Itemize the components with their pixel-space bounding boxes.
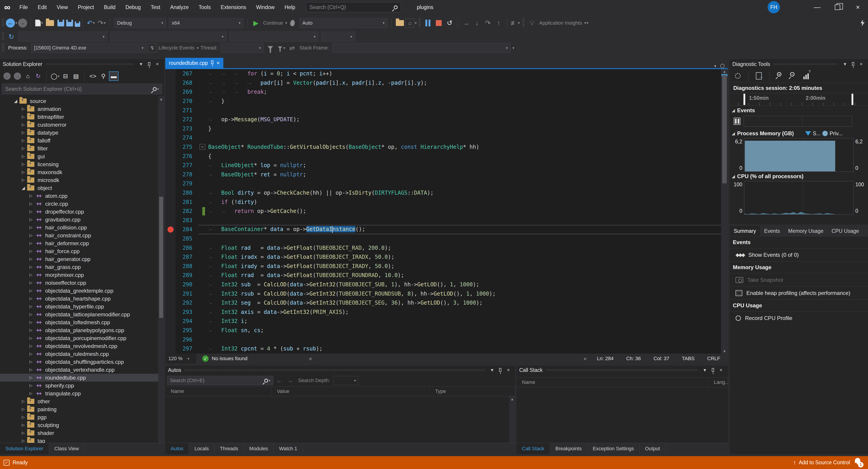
chevron-icon[interactable]: ▷ [27, 344, 35, 348]
fold-margin[interactable] [198, 88, 208, 97]
fold-margin[interactable] [198, 170, 208, 179]
open-file-button[interactable] [44, 18, 55, 29]
tab-modules[interactable]: Modules [244, 443, 274, 454]
navigate-forward-button[interactable]: → [17, 18, 28, 29]
fold-margin[interactable] [198, 97, 208, 106]
debug-toolbar-overflow-icon[interactable]: ▾ [513, 46, 514, 50]
code-line-271[interactable]: 271 [165, 106, 721, 115]
fold-margin[interactable] [198, 188, 208, 198]
continue-button[interactable]: ▶ [250, 18, 261, 29]
fold-margin[interactable] [198, 262, 208, 271]
tree-item-pgp[interactable]: ▷pgp [0, 413, 164, 421]
chevron-icon[interactable]: ▷ [20, 107, 27, 111]
chevron-icon[interactable]: ▷ [27, 312, 35, 317]
column-type[interactable]: Type [430, 387, 515, 396]
solution-tree-scrollbar[interactable]: ▲ [158, 96, 164, 443]
fold-margin[interactable] [198, 298, 208, 307]
code-text[interactable]: →BaseObject* ret = nullptr; [208, 171, 721, 178]
collapse-all-icon[interactable]: ⊟ [61, 71, 70, 81]
show-all-files-icon[interactable]: ▤ [71, 71, 81, 81]
tree-item-painting[interactable]: ▷painting [0, 405, 164, 413]
column-language[interactable]: Lang... [708, 377, 728, 387]
restart-button[interactable]: ↺ [444, 18, 455, 29]
breakpoint-margin[interactable] [165, 78, 176, 88]
tree-item-objectdata_porcupinemodifier-cpp[interactable]: ▷objectdata_porcupinemodifier.cpp [0, 334, 164, 342]
chevron-icon[interactable]: ▷ [20, 399, 27, 404]
code-text[interactable]: →} [208, 98, 721, 104]
step-out-button[interactable]: ↑ [493, 18, 504, 29]
menu-edit[interactable]: Edit [33, 0, 52, 14]
tree-item-objectdata_loftedmesh-cpp[interactable]: ▷objectdata_loftedmesh.cpp [0, 319, 164, 326]
tab-autos[interactable]: Autos [165, 443, 189, 454]
code-editor[interactable]: 267→→→for (i = 0; i < pcnt; i++)268→→→→p… [165, 69, 721, 354]
tab-breakpoints[interactable]: Breakpoints [550, 443, 587, 454]
close-icon[interactable]: × [857, 61, 865, 67]
show-next-statement-button[interactable]: → [461, 18, 471, 29]
code-line-273[interactable]: 273} [165, 124, 721, 133]
fold-margin[interactable] [198, 289, 208, 298]
close-button[interactable]: × [848, 0, 868, 14]
code-line-289[interactable]: 289→Float rrad = data->GetFloat(TUBEOBJE… [165, 271, 721, 280]
tab-call-stack[interactable]: Call Stack [517, 443, 550, 454]
breakpoint-margin[interactable] [165, 326, 176, 335]
chevron-icon[interactable]: ▷ [27, 288, 35, 293]
filter-icon[interactable] [265, 42, 276, 53]
breakpoint-margin[interactable] [165, 197, 176, 207]
tree-item-objectdata_heartshape-cpp[interactable]: ▷objectdata_heartshape.cpp [0, 295, 164, 303]
chevron-icon[interactable]: ▷ [27, 249, 35, 254]
fold-margin[interactable] [198, 344, 208, 354]
browse-search-button[interactable] [395, 18, 405, 29]
fold-margin[interactable] [198, 280, 208, 289]
fold-margin[interactable] [198, 78, 208, 88]
code-text[interactable]: →BaseContainer* data = op->GetDataInstan… [208, 226, 721, 233]
quick-search-input[interactable]: Search (Ctrl+Q) [306, 2, 401, 12]
tree-item-dropeffector-cpp[interactable]: ▷dropeffector.cpp [0, 208, 164, 215]
solution-search-input[interactable]: Search Solution Explorer (Ctrl+ü) ▾ [2, 83, 162, 94]
sync-active-document-icon[interactable]: ↻ [33, 71, 43, 81]
fold-margin[interactable] [198, 152, 208, 161]
pin-icon[interactable] [145, 61, 153, 67]
code-line-287[interactable]: 287→Float iradx = data->GetFloat(TUBEOBJ… [165, 253, 721, 262]
menu-tools[interactable]: Tools [194, 0, 216, 14]
code-line-270[interactable]: 270→} [165, 97, 721, 106]
menu-test[interactable]: Test [146, 0, 165, 14]
tree-item-atom-cpp[interactable]: ▷atom.cpp [0, 192, 164, 200]
view-code-icon[interactable]: <> [88, 71, 98, 81]
panel-menu-icon[interactable]: ▾ [488, 367, 496, 373]
chevron-icon[interactable]: ▷ [20, 431, 27, 435]
menu-view[interactable]: View [52, 0, 73, 14]
autos-scrollbar[interactable]: ▲ [509, 396, 515, 443]
breakpoint-margin[interactable] [165, 271, 176, 280]
tree-item-filter[interactable]: ▷filter [0, 144, 164, 153]
tree-item-bitmapfilter[interactable]: ▷bitmapfilter [0, 113, 164, 121]
chevron-icon[interactable]: ▷ [27, 375, 35, 380]
tab-list-icon[interactable]: ▾ [714, 64, 716, 68]
tree-item-hair_force-cpp[interactable]: ▷hair_force.cpp [0, 247, 164, 255]
chevron-icon[interactable]: ▷ [20, 438, 27, 443]
chevron-icon[interactable]: ▷ [20, 138, 27, 143]
restore-button[interactable] [827, 0, 848, 14]
ruler-range-marker[interactable] [851, 94, 853, 105]
tree-item-tag[interactable]: ▷tag [0, 437, 164, 443]
tree-item-objectdata_ruledmesh-cpp[interactable]: ▷objectdata_ruledmesh.cpp [0, 350, 164, 358]
filter-clear-icon[interactable]: ▾ [276, 42, 287, 53]
pin-icon[interactable] [496, 367, 504, 373]
empty-dropdown-2[interactable]: .▾ [110, 32, 226, 41]
collapse-icon[interactable]: − [199, 144, 205, 150]
menu-window[interactable]: Window [251, 0, 280, 14]
lifecycle-icon[interactable]: ↯ [148, 43, 157, 53]
tab-threads[interactable]: Threads [215, 443, 244, 454]
code-text[interactable]: →Float rad = data->GetFloat(TUBEOBJECT_R… [208, 245, 721, 251]
timeline-ruler[interactable]: 1:50min2:00min [730, 93, 868, 106]
code-line-295[interactable]: 295→Float sn, cs; [165, 326, 721, 335]
breakpoint-margin[interactable] [165, 133, 176, 142]
fold-margin[interactable] [198, 133, 208, 142]
search-prev-icon[interactable]: ← [275, 377, 284, 384]
close-icon[interactable]: × [217, 60, 220, 66]
code-text[interactable]: →Int32 i; [208, 318, 721, 324]
platform-dropdown[interactable]: x64▾ [169, 18, 243, 28]
tree-item-maxonsdk[interactable]: ▷maxonsdk [0, 168, 164, 176]
chevron-icon[interactable]: ▷ [27, 217, 35, 222]
tree-item-source[interactable]: ◢source [0, 97, 164, 105]
code-text[interactable]: →Float iradx = data->GetFloat(TUBEOBJECT… [208, 254, 721, 260]
